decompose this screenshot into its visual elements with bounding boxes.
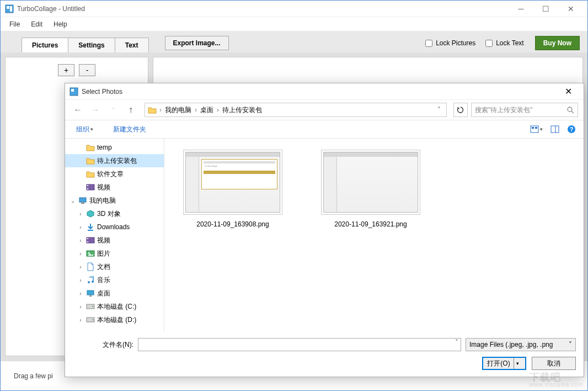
tree-item-label: 软件文章	[97, 170, 124, 179]
add-picture-button[interactable]: +	[58, 64, 74, 76]
expand-icon[interactable]: ›	[77, 224, 84, 230]
tree-item[interactable]: temp	[65, 141, 164, 154]
svg-line-6	[571, 111, 574, 113]
menu-help[interactable]: Help	[48, 18, 73, 30]
video-icon	[86, 183, 95, 192]
expand-icon[interactable]: ›	[77, 277, 84, 283]
tree-item-label: 视频	[97, 183, 110, 192]
open-button[interactable]: 打开(O) ▾	[482, 357, 526, 370]
menubar: File Edit Help	[1, 17, 587, 31]
image-icon	[86, 249, 95, 258]
tree-item[interactable]: 软件文章	[65, 167, 164, 181]
tree-item-label: 视频	[97, 236, 110, 245]
expand-icon[interactable]: ›	[77, 290, 84, 297]
tree-item[interactable]: 视频	[65, 181, 164, 194]
svg-rect-18	[81, 203, 84, 204]
desktop-icon	[86, 289, 95, 298]
tree-item[interactable]: ›本地磁盘 (D:)	[65, 313, 164, 326]
disk-icon	[86, 315, 95, 324]
lock-text-checkbox[interactable]: Lock Text	[485, 39, 523, 47]
minimize-button[interactable]: ─	[509, 1, 533, 17]
tree-item-label: Downloads	[97, 223, 130, 231]
status-text: Drag a few pi	[14, 372, 53, 380]
dialog-nav: ← → ˅ ↑ › 我的电脑 › 桌面 › 待上传安装包 ˅ 搜索"待上传安装包…	[65, 100, 584, 120]
tree-item-label: 待上传安装包	[97, 156, 137, 166]
expand-icon[interactable]: ›	[77, 264, 84, 270]
view-mode-button[interactable]: ▾	[530, 125, 543, 133]
svg-rect-8	[532, 127, 534, 129]
tree-item[interactable]: 待上传安装包	[65, 154, 164, 167]
tree-item[interactable]: ›图片	[65, 247, 164, 260]
breadcrumb[interactable]: › 我的电脑 › 桌面 › 待上传安装包 ˅	[145, 103, 447, 117]
tree-item-label: 3D 对象	[97, 209, 121, 219]
lock-pictures-checkbox[interactable]: Lock Pictures	[425, 39, 475, 47]
tree-item-label: 音乐	[97, 276, 110, 285]
expand-icon[interactable]: ⌄	[70, 198, 76, 204]
tree-item-label: 文档	[97, 262, 110, 272]
computer-icon	[78, 196, 87, 205]
tab-text[interactable]: Text	[115, 38, 149, 52]
remove-picture-button[interactable]: -	[79, 64, 95, 76]
new-folder-button[interactable]: 新建文件夹	[110, 123, 149, 136]
breadcrumb-seg-2[interactable]: 待上传安装包	[220, 105, 264, 115]
svg-point-26	[92, 281, 94, 283]
dialog-close-button[interactable]: ✕	[557, 84, 579, 99]
menu-edit[interactable]: Edit	[25, 18, 48, 30]
forward-button[interactable]: →	[88, 103, 103, 117]
folder-icon	[86, 143, 95, 152]
back-button[interactable]: ←	[71, 103, 85, 117]
window-title: TurboCollage - Untitled	[17, 5, 509, 13]
svg-text:?: ?	[570, 126, 574, 133]
tab-settings[interactable]: Settings	[68, 38, 115, 52]
tree-item-label: 图片	[97, 249, 110, 258]
export-image-button[interactable]: Export Image...	[165, 36, 229, 50]
tree-item-label: 本地磁盘 (D:)	[97, 315, 136, 325]
refresh-button[interactable]	[453, 103, 468, 117]
file-list: Turbocollage2020-11-09_163908.png2020-11…	[164, 139, 584, 331]
organize-button[interactable]: 组织▾	[73, 123, 97, 136]
expand-icon[interactable]: ›	[77, 251, 84, 257]
tree-item[interactable]: ⌄我的电脑	[65, 194, 164, 207]
tab-pictures[interactable]: Pictures	[22, 38, 68, 52]
search-input[interactable]: 搜索"待上传安装包"	[471, 103, 578, 117]
up-button[interactable]: ↑	[124, 103, 138, 117]
breadcrumb-dropdown[interactable]: ˅	[434, 106, 444, 114]
music-icon	[86, 276, 95, 284]
preview-pane-button[interactable]	[550, 125, 559, 133]
tree-item[interactable]: ›视频	[65, 234, 164, 247]
help-button[interactable]: ?	[567, 125, 576, 134]
tree-item-label: 本地磁盘 (C:)	[97, 302, 136, 311]
tree-item-label: 我的电脑	[89, 196, 116, 205]
close-button[interactable]: ✕	[558, 1, 583, 17]
svg-point-5	[568, 107, 572, 112]
filter-select[interactable]: Image Files (.jpeg, .jpg, .png ˅	[466, 338, 576, 351]
expand-icon[interactable]: ›	[77, 237, 84, 244]
filename-input[interactable]: ˅	[138, 338, 461, 351]
doc-icon	[86, 262, 95, 271]
svg-rect-22	[87, 241, 88, 242]
tree-item[interactable]: ›本地磁盘 (C:)	[65, 300, 164, 313]
file-item[interactable]: 2020-11-09_163921.png	[316, 150, 426, 228]
expand-icon[interactable]: ›	[77, 304, 84, 310]
tree-item[interactable]: ›Downloads	[65, 220, 164, 234]
expand-icon[interactable]: ›	[77, 317, 84, 323]
maximize-button[interactable]: ☐	[533, 1, 558, 17]
svg-point-25	[88, 281, 90, 283]
tree-item[interactable]: ›文档	[65, 260, 164, 273]
tree-item[interactable]: ›桌面	[65, 287, 164, 300]
tree-item-label: 桌面	[97, 289, 110, 298]
breadcrumb-seg-0[interactable]: 我的电脑	[163, 105, 194, 115]
dialog-icon	[70, 87, 78, 96]
svg-rect-27	[87, 290, 94, 295]
cancel-button[interactable]: 取消	[532, 357, 576, 370]
buy-now-button[interactable]: Buy Now	[535, 36, 580, 50]
disk-icon	[86, 302, 95, 311]
breadcrumb-seg-1[interactable]: 桌面	[198, 105, 216, 115]
menu-file[interactable]: File	[4, 18, 25, 30]
tree-item[interactable]: ›3D 对象	[65, 207, 164, 220]
expand-icon[interactable]: ›	[77, 211, 84, 217]
tree-item[interactable]: ›音乐	[65, 273, 164, 287]
recent-dropdown[interactable]: ˅	[106, 103, 120, 117]
svg-point-30	[92, 306, 93, 307]
file-item[interactable]: Turbocollage2020-11-09_163908.png	[178, 150, 288, 228]
